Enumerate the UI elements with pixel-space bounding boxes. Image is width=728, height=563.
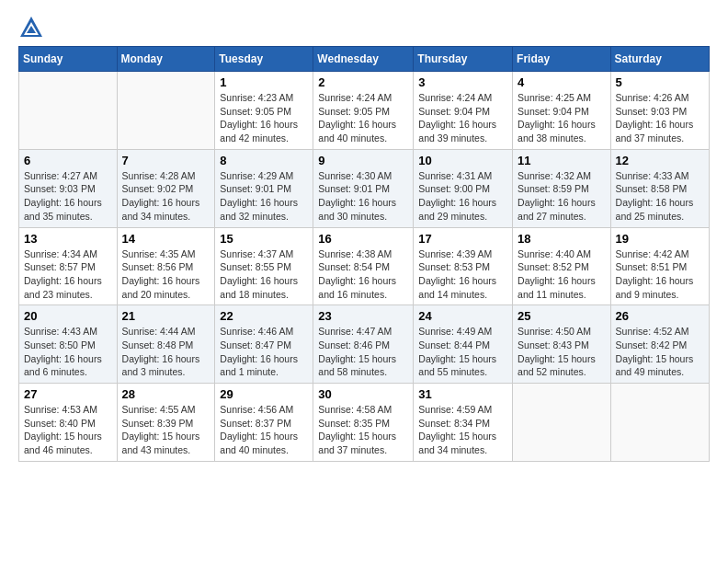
day-number: 11 bbox=[518, 154, 606, 167]
day-header-saturday: Saturday bbox=[610, 47, 709, 72]
day-number: 17 bbox=[418, 232, 507, 246]
day-number: 12 bbox=[616, 154, 704, 167]
day-info: Sunrise: 4:32 AM Sunset: 8:59 PM Dayligh… bbox=[518, 169, 606, 224]
calendar-cell: 14Sunrise: 4:35 AM Sunset: 8:56 PM Dayli… bbox=[117, 227, 215, 305]
day-info: Sunrise: 4:25 AM Sunset: 9:04 PM Dayligh… bbox=[518, 91, 606, 145]
calendar-cell: 2Sunrise: 4:24 AM Sunset: 9:05 PM Daylig… bbox=[313, 72, 414, 150]
day-header-tuesday: Tuesday bbox=[215, 47, 313, 72]
day-info: Sunrise: 4:24 AM Sunset: 9:05 PM Dayligh… bbox=[318, 91, 408, 145]
day-number: 26 bbox=[616, 309, 704, 323]
day-number: 27 bbox=[24, 387, 112, 401]
day-info: Sunrise: 4:50 AM Sunset: 8:43 PM Dayligh… bbox=[518, 325, 606, 379]
calendar-cell: 20Sunrise: 4:43 AM Sunset: 8:50 PM Dayli… bbox=[19, 305, 118, 384]
day-number: 31 bbox=[418, 387, 507, 401]
calendar-cell: 17Sunrise: 4:39 AM Sunset: 8:53 PM Dayli… bbox=[414, 227, 513, 305]
day-number: 24 bbox=[418, 309, 507, 323]
week-row-1: 1Sunrise: 4:23 AM Sunset: 9:05 PM Daylig… bbox=[19, 72, 710, 150]
day-info: Sunrise: 4:42 AM Sunset: 8:51 PM Dayligh… bbox=[616, 247, 704, 302]
calendar-cell: 26Sunrise: 4:52 AM Sunset: 8:42 PM Dayli… bbox=[610, 305, 709, 384]
day-number: 22 bbox=[220, 309, 308, 323]
calendar-cell: 27Sunrise: 4:53 AM Sunset: 8:40 PM Dayli… bbox=[19, 384, 118, 462]
calendar-cell bbox=[513, 384, 611, 462]
day-info: Sunrise: 4:28 AM Sunset: 9:02 PM Dayligh… bbox=[122, 169, 210, 224]
day-info: Sunrise: 4:29 AM Sunset: 9:01 PM Dayligh… bbox=[220, 169, 308, 224]
calendar-cell: 13Sunrise: 4:34 AM Sunset: 8:57 PM Dayli… bbox=[19, 227, 118, 305]
calendar-cell: 29Sunrise: 4:56 AM Sunset: 8:37 PM Dayli… bbox=[215, 384, 313, 462]
page-header bbox=[18, 15, 710, 40]
calendar-cell: 6Sunrise: 4:27 AM Sunset: 9:03 PM Daylig… bbox=[19, 149, 118, 227]
day-number: 30 bbox=[318, 387, 408, 401]
day-number: 9 bbox=[318, 154, 408, 167]
week-row-3: 13Sunrise: 4:34 AM Sunset: 8:57 PM Dayli… bbox=[19, 227, 710, 305]
calendar-cell: 23Sunrise: 4:47 AM Sunset: 8:46 PM Dayli… bbox=[313, 305, 414, 384]
day-info: Sunrise: 4:47 AM Sunset: 8:46 PM Dayligh… bbox=[318, 325, 408, 379]
day-info: Sunrise: 4:30 AM Sunset: 9:01 PM Dayligh… bbox=[318, 169, 408, 224]
day-info: Sunrise: 4:33 AM Sunset: 8:58 PM Dayligh… bbox=[616, 169, 704, 224]
day-info: Sunrise: 4:39 AM Sunset: 8:53 PM Dayligh… bbox=[418, 247, 507, 302]
day-info: Sunrise: 4:27 AM Sunset: 9:03 PM Dayligh… bbox=[24, 169, 112, 224]
day-info: Sunrise: 4:40 AM Sunset: 8:52 PM Dayligh… bbox=[518, 247, 606, 302]
day-number: 25 bbox=[518, 309, 606, 323]
day-info: Sunrise: 4:59 AM Sunset: 8:34 PM Dayligh… bbox=[418, 403, 507, 457]
calendar-cell: 30Sunrise: 4:58 AM Sunset: 8:35 PM Dayli… bbox=[313, 384, 414, 462]
calendar-cell: 31Sunrise: 4:59 AM Sunset: 8:34 PM Dayli… bbox=[414, 384, 513, 462]
day-info: Sunrise: 4:31 AM Sunset: 9:00 PM Dayligh… bbox=[418, 169, 507, 224]
calendar-cell: 4Sunrise: 4:25 AM Sunset: 9:04 PM Daylig… bbox=[513, 72, 611, 150]
day-info: Sunrise: 4:44 AM Sunset: 8:48 PM Dayligh… bbox=[122, 325, 210, 379]
calendar-table: SundayMondayTuesdayWednesdayThursdayFrid… bbox=[18, 46, 710, 462]
day-number: 28 bbox=[122, 387, 210, 401]
calendar-cell: 18Sunrise: 4:40 AM Sunset: 8:52 PM Dayli… bbox=[513, 227, 611, 305]
day-number: 3 bbox=[418, 75, 507, 89]
calendar-cell: 12Sunrise: 4:33 AM Sunset: 8:58 PM Dayli… bbox=[610, 149, 709, 227]
day-header-thursday: Thursday bbox=[414, 47, 513, 72]
week-row-2: 6Sunrise: 4:27 AM Sunset: 9:03 PM Daylig… bbox=[19, 149, 710, 227]
calendar-cell: 22Sunrise: 4:46 AM Sunset: 8:47 PM Dayli… bbox=[215, 305, 313, 384]
logo bbox=[18, 15, 48, 40]
calendar-cell: 1Sunrise: 4:23 AM Sunset: 9:05 PM Daylig… bbox=[215, 72, 313, 150]
day-number: 29 bbox=[220, 387, 308, 401]
calendar-cell: 11Sunrise: 4:32 AM Sunset: 8:59 PM Dayli… bbox=[513, 149, 611, 227]
day-number: 23 bbox=[318, 309, 408, 323]
day-number: 2 bbox=[318, 75, 408, 89]
day-number: 4 bbox=[518, 75, 606, 89]
day-number: 16 bbox=[318, 232, 408, 246]
day-info: Sunrise: 4:43 AM Sunset: 8:50 PM Dayligh… bbox=[24, 325, 112, 379]
day-info: Sunrise: 4:34 AM Sunset: 8:57 PM Dayligh… bbox=[24, 247, 112, 302]
day-number: 10 bbox=[418, 154, 507, 167]
calendar-cell: 5Sunrise: 4:26 AM Sunset: 9:03 PM Daylig… bbox=[610, 72, 709, 150]
day-info: Sunrise: 4:56 AM Sunset: 8:37 PM Dayligh… bbox=[220, 403, 308, 457]
day-info: Sunrise: 4:37 AM Sunset: 8:55 PM Dayligh… bbox=[220, 247, 308, 302]
calendar-cell: 25Sunrise: 4:50 AM Sunset: 8:43 PM Dayli… bbox=[513, 305, 611, 384]
day-header-sunday: Sunday bbox=[19, 47, 118, 72]
day-number: 8 bbox=[220, 154, 308, 167]
calendar-cell: 8Sunrise: 4:29 AM Sunset: 9:01 PM Daylig… bbox=[215, 149, 313, 227]
day-info: Sunrise: 4:49 AM Sunset: 8:44 PM Dayligh… bbox=[418, 325, 507, 379]
day-header-monday: Monday bbox=[117, 47, 215, 72]
calendar-cell: 24Sunrise: 4:49 AM Sunset: 8:44 PM Dayli… bbox=[414, 305, 513, 384]
day-info: Sunrise: 4:26 AM Sunset: 9:03 PM Dayligh… bbox=[616, 91, 704, 145]
day-header-wednesday: Wednesday bbox=[313, 47, 414, 72]
days-header-row: SundayMondayTuesdayWednesdayThursdayFrid… bbox=[19, 47, 710, 72]
calendar-cell: 3Sunrise: 4:24 AM Sunset: 9:04 PM Daylig… bbox=[414, 72, 513, 150]
calendar-cell bbox=[117, 72, 215, 150]
day-number: 5 bbox=[616, 75, 704, 89]
day-number: 13 bbox=[24, 232, 112, 246]
day-number: 6 bbox=[24, 154, 112, 167]
logo-icon bbox=[18, 15, 44, 40]
week-row-5: 27Sunrise: 4:53 AM Sunset: 8:40 PM Dayli… bbox=[19, 384, 710, 462]
day-number: 7 bbox=[122, 154, 210, 167]
calendar-cell: 21Sunrise: 4:44 AM Sunset: 8:48 PM Dayli… bbox=[117, 305, 215, 384]
day-info: Sunrise: 4:58 AM Sunset: 8:35 PM Dayligh… bbox=[318, 403, 408, 457]
calendar-cell: 19Sunrise: 4:42 AM Sunset: 8:51 PM Dayli… bbox=[610, 227, 709, 305]
day-header-friday: Friday bbox=[513, 47, 611, 72]
day-number: 1 bbox=[220, 75, 308, 89]
calendar-cell bbox=[19, 72, 118, 150]
day-number: 20 bbox=[24, 309, 112, 323]
day-info: Sunrise: 4:46 AM Sunset: 8:47 PM Dayligh… bbox=[220, 325, 308, 379]
calendar-cell: 7Sunrise: 4:28 AM Sunset: 9:02 PM Daylig… bbox=[117, 149, 215, 227]
calendar-cell: 28Sunrise: 4:55 AM Sunset: 8:39 PM Dayli… bbox=[117, 384, 215, 462]
day-number: 19 bbox=[616, 232, 704, 246]
day-info: Sunrise: 4:23 AM Sunset: 9:05 PM Dayligh… bbox=[220, 91, 308, 145]
day-info: Sunrise: 4:55 AM Sunset: 8:39 PM Dayligh… bbox=[122, 403, 210, 457]
day-info: Sunrise: 4:38 AM Sunset: 8:54 PM Dayligh… bbox=[318, 247, 408, 302]
